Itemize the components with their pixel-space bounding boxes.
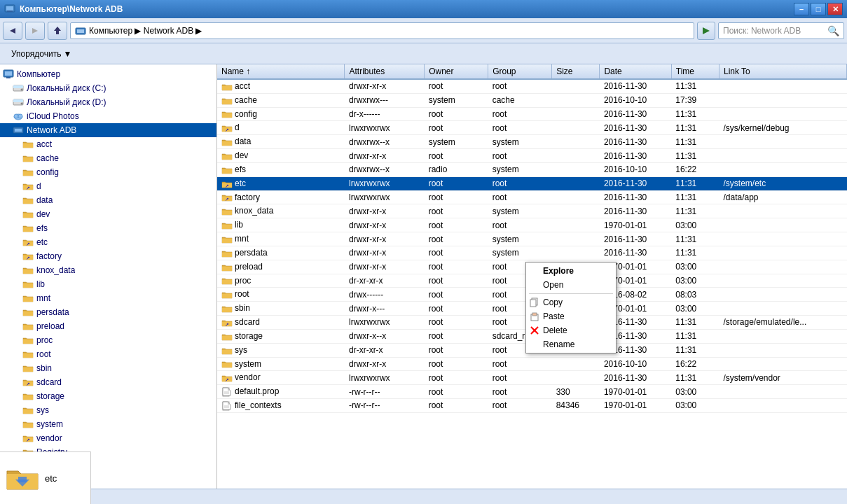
- sidebar-item-knox_data[interactable]: knox_data: [0, 263, 216, 277]
- col-header-group[interactable]: Group: [488, 64, 552, 79]
- sidebar-item-config[interactable]: config: [0, 165, 216, 179]
- table-row[interactable]: ↗ vendorlrwxrwxrwxrootroot2016-11-3011:3…: [217, 371, 847, 385]
- table-row[interactable]: efsdrwxrwx--xradiosystem2016-10-1016:22: [217, 162, 847, 176]
- sidebar-item-local-c[interactable]: Локальный диск (C:): [0, 81, 216, 95]
- sidebar-item-root[interactable]: root: [0, 347, 216, 361]
- table-row[interactable]: persdatadrwxr-xr-xrootsystem2016-11-3011…: [217, 246, 847, 260]
- sidebar-item-sdcard[interactable]: ↗ sdcard: [0, 375, 216, 389]
- col-header-name[interactable]: Name ↑: [217, 64, 345, 79]
- file-attrs-cell: drwxrwx--x: [345, 162, 425, 176]
- file-group-cell: root: [488, 121, 552, 135]
- table-row[interactable]: cachedrwxrwx---systemcache2016-10-1017:3…: [217, 93, 847, 107]
- table-row[interactable]: knox_datadrwxr-xr-xrootsystem2016-11-301…: [217, 204, 847, 218]
- file-owner-cell: root: [425, 399, 488, 413]
- file-group-cell: cache: [488, 93, 552, 107]
- col-header-time[interactable]: Time: [671, 64, 719, 79]
- sidebar-item-local-d[interactable]: Локальный диск (D:): [0, 95, 216, 109]
- sidebar-item-sbin[interactable]: sbin: [0, 361, 216, 375]
- sidebar-item-system[interactable]: system: [0, 417, 216, 431]
- search-box[interactable]: Поиск: Network ADB 🔍: [718, 22, 844, 39]
- sidebar-item-label-cache: cache: [36, 153, 59, 163]
- sidebar-item-factory[interactable]: ↗ factory: [0, 249, 216, 263]
- col-header-attributes[interactable]: Attributes: [345, 64, 425, 79]
- address-path[interactable]: Компьютер ▶ Network ADB ▶: [70, 22, 694, 39]
- file-icon: [221, 165, 233, 175]
- organize-arrow: ▼: [63, 49, 71, 59]
- up-button[interactable]: [48, 22, 67, 40]
- sidebar-item-storage[interactable]: storage: [0, 389, 216, 403]
- context-menu-item-paste[interactable]: Paste: [526, 309, 616, 323]
- sidebar-item-proc[interactable]: proc: [0, 333, 216, 347]
- minimize-button[interactable]: –: [794, 3, 809, 15]
- sidebar-item-cache[interactable]: cache: [0, 151, 216, 165]
- drag-folder-icon: [6, 464, 39, 492]
- sidebar-item-persdata[interactable]: persdata: [0, 305, 216, 319]
- table-row[interactable]: libdrwxr-xr-xrootroot1970-01-0103:00: [217, 218, 847, 232]
- table-row[interactable]: ↗ dlrwxrwxrwxrootroot2016-11-3011:31/sys…: [217, 121, 847, 135]
- file-name-cell: root: [217, 288, 345, 302]
- sidebar-item-d[interactable]: ↗ d: [0, 179, 216, 193]
- folder-icon: [22, 349, 34, 359]
- context-menu-item-explore[interactable]: Explore: [526, 264, 616, 278]
- sidebar-item-acct[interactable]: acct: [0, 137, 216, 151]
- sidebar-item-preload[interactable]: preload: [0, 319, 216, 333]
- sidebar-item-network-adb[interactable]: Network ADB: [0, 123, 216, 137]
- table-row[interactable]: file_contexts-rw-r--r--rootroot843461970…: [217, 399, 847, 413]
- go-button[interactable]: [697, 22, 715, 40]
- col-header-date[interactable]: Date: [600, 64, 671, 79]
- file-linkto-cell: [719, 343, 846, 357]
- sidebar-item-sys[interactable]: sys: [0, 403, 216, 417]
- organize-button[interactable]: Упорядочить ▼: [6, 46, 77, 62]
- sidebar-item-computer[interactable]: Компьютер: [0, 67, 216, 81]
- table-row[interactable]: systemdrwxr-xr-xrootroot2016-10-1016:22: [217, 357, 847, 371]
- table-row[interactable]: ↗ etclrwxrwxrwxrootroot2016-11-3011:31/s…: [217, 176, 847, 190]
- file-group-cell: system: [488, 135, 552, 149]
- context-menu-item-delete[interactable]: Delete: [526, 323, 616, 337]
- file-attrs-cell: dr-xr-xr-x: [345, 274, 425, 288]
- file-name-cell: proc: [217, 274, 345, 288]
- table-row[interactable]: datadrwxrwx--xsystemsystem2016-11-3011:3…: [217, 135, 847, 149]
- col-header-owner[interactable]: Owner: [425, 64, 488, 79]
- title-bar-buttons: – □ ✕: [794, 3, 843, 15]
- sidebar-item-data[interactable]: data: [0, 193, 216, 207]
- status-bar: [0, 489, 847, 504]
- table-row[interactable]: devdrwxr-xr-xrootroot2016-11-3011:31: [217, 149, 847, 163]
- table-row[interactable]: mntdrwxr-xr-xrootsystem2016-11-3011:31: [217, 232, 847, 246]
- table-row[interactable]: configdr-x------rootroot2016-11-3011:31: [217, 107, 847, 121]
- file-group-cell: system: [488, 246, 552, 260]
- table-row[interactable]: ↗ factorylrwxrwxrwxrootroot2016-11-3011:…: [217, 190, 847, 204]
- content-area: Name ↑AttributesOwnerGroupSizeDateTimeLi…: [217, 64, 847, 489]
- file-name-cell: persdata: [217, 246, 345, 260]
- table-row[interactable]: default.prop-rw-r--r--rootroot3301970-01…: [217, 385, 847, 399]
- sidebar-item-dev[interactable]: dev: [0, 207, 216, 221]
- sidebar-item-etc[interactable]: ↗ etc: [0, 235, 216, 249]
- sidebar-item-vendor[interactable]: ↗ vendor: [0, 431, 216, 445]
- context-menu-item-rename[interactable]: Rename: [526, 337, 616, 351]
- file-time-cell: 11:31: [671, 190, 719, 204]
- maximize-button[interactable]: □: [811, 3, 826, 15]
- context-menu-item-copy[interactable]: Copy: [526, 295, 616, 309]
- col-header-size[interactable]: Size: [552, 64, 600, 79]
- file-name-cell: mnt: [217, 232, 345, 246]
- file-icon: [221, 359, 233, 369]
- file-name-label: etc: [235, 178, 246, 188]
- file-owner-cell: root: [425, 302, 488, 316]
- file-name-cell: efs: [217, 162, 345, 176]
- file-attrs-cell: lrwxrwxrwx: [345, 316, 425, 330]
- forward-button[interactable]: [25, 22, 45, 40]
- close-button[interactable]: ✕: [827, 3, 843, 15]
- sidebar-item-mnt[interactable]: mnt: [0, 291, 216, 305]
- back-button[interactable]: [3, 22, 22, 40]
- svg-rect-14: [13, 85, 23, 88]
- sidebar-item-lib[interactable]: lib: [0, 277, 216, 291]
- file-size-cell: [552, 232, 600, 246]
- col-header-linkto[interactable]: Link To: [719, 64, 846, 79]
- file-owner-cell: root: [425, 190, 488, 204]
- context-menu-item-open[interactable]: Open: [526, 278, 616, 292]
- file-size-cell: [552, 93, 600, 107]
- sidebar-item-efs[interactable]: efs: [0, 221, 216, 235]
- file-name-cell: storage: [217, 329, 345, 343]
- table-row[interactable]: acctdrwxr-xr-xrootroot2016-11-3011:31: [217, 79, 847, 93]
- sidebar-item-label-etc: etc: [36, 237, 48, 247]
- sidebar-item-icloud[interactable]: iCloud Photos: [0, 109, 216, 123]
